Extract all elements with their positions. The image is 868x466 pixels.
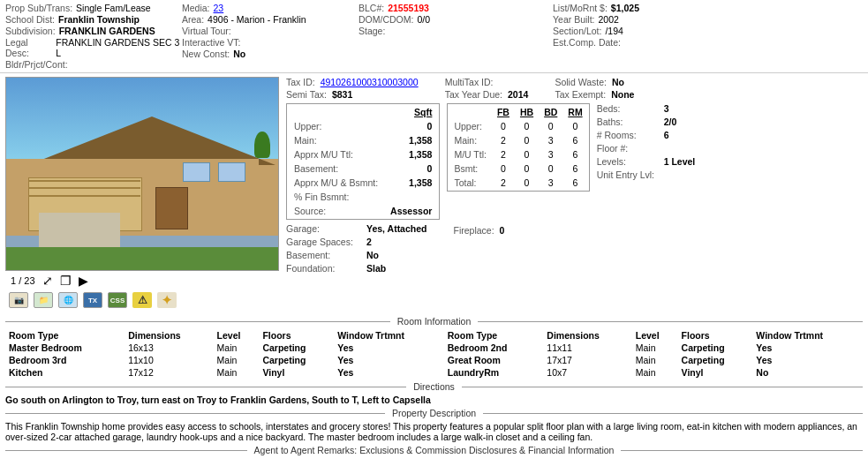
prop-desc-divider-right	[483, 413, 863, 414]
source-label: Source:	[289, 205, 383, 217]
floors-1: Carpeting	[259, 342, 334, 354]
rm-header: RM	[563, 106, 586, 118]
window-2: Yes	[752, 354, 863, 366]
fb-total-hb: 0	[516, 177, 538, 189]
semi-tax-label: Semi Tax:	[286, 89, 327, 100]
next-photo-button[interactable]: ▶	[79, 274, 88, 288]
new-const-label: New Const:	[182, 49, 230, 59]
interactive-vt-label: Interactive VT:	[182, 37, 241, 48]
subdivision-row: Subdivision: FRANKLIN GARDENS	[5, 26, 182, 36]
apprx-bsmnt-value: 1,358	[385, 177, 437, 189]
property-desc-text: This Franklin Township home provides eas…	[5, 421, 863, 442]
fb-total-rm: 6	[563, 177, 586, 189]
fb-mu-rm: 6	[563, 148, 586, 161]
directions-divider: Directions	[5, 381, 863, 392]
directions-title: Directions	[413, 381, 455, 392]
room-info-title: Room Information	[397, 316, 471, 327]
fb-total-bd: 3	[540, 177, 562, 189]
prop-desc-title: Property Description	[392, 408, 476, 418]
css-button[interactable]: CSS	[108, 292, 127, 308]
multi-tax-label: MultiTax ID:	[445, 77, 494, 87]
legal-desc-value: FRANKLIN GARDENS SEC 3 L	[56, 37, 182, 58]
level-1: Main	[214, 342, 260, 354]
fb-table: FB HB BD RM Upper: 0 0 0 0 Main: 2 0 3	[447, 103, 589, 192]
garage-spaces-label: Garage Spaces:	[286, 237, 361, 247]
bldr-row: Bldr/Prjct/Cont:	[5, 59, 182, 70]
expand-button[interactable]: ⤢	[42, 274, 53, 288]
rooms-label: # Rooms:	[597, 130, 659, 140]
fireplace-label: Fireplace:	[453, 225, 494, 236]
fb-bsmt-bd: 0	[540, 162, 562, 175]
window-2: Yes	[752, 342, 863, 354]
media-label: Media:	[182, 3, 210, 13]
tax-id-value[interactable]: 4910261000310003000	[321, 77, 419, 87]
upper-label: Upper:	[289, 120, 383, 132]
area-value: 4906 - Marion - Franklin	[208, 14, 306, 25]
globe-button[interactable]: 🌐	[58, 292, 78, 308]
dom-value: 0/0	[417, 14, 430, 25]
legal-desc-row: Legal Desc: FRANKLIN GARDENS SEC 3 L	[5, 37, 182, 58]
table-row: Bedroom 3rd 11x10 Main Carpeting Yes Gre…	[5, 354, 863, 366]
baths-value: 2/0	[664, 116, 677, 127]
room-type-1: Kitchen	[5, 366, 125, 379]
floors-2: Vinyl	[678, 366, 753, 379]
room-info-section: Room Information Room Type Dimensions Le…	[0, 316, 868, 379]
apprx-bsmnt-label: Apprx M/U & Bsmnt:	[289, 177, 383, 189]
new-const-row: New Const: No	[182, 49, 359, 59]
window-1: Yes	[334, 366, 444, 379]
prop-sub-trans-row: Prop Sub/Trans: Single Fam/Lease	[5, 3, 182, 13]
fb-bsmt-label: Bsmt:	[449, 162, 491, 175]
table-row: Master Bedroom 16x13 Main Carpeting Yes …	[5, 342, 863, 354]
col-floors-2: Floors	[678, 329, 753, 342]
baths-label: Baths:	[597, 116, 659, 127]
camera-button[interactable]: 📷	[9, 292, 28, 308]
tx-button[interactable]: TX	[83, 292, 102, 308]
subdivision-label: Subdivision:	[5, 26, 56, 36]
basement-sqft-value: 0	[385, 162, 437, 175]
fireplace-value: 0	[500, 225, 505, 236]
fb-mu-label: M/U Ttl:	[449, 148, 491, 161]
photo-section: 1 / 23 ⤢ ❐ ▶ 📷 📁 🌐	[5, 77, 279, 310]
school-dist-value: Franklin Township	[58, 14, 140, 25]
virtual-tour-label: Virtual Tour:	[182, 26, 231, 36]
fb-header: FB	[493, 106, 514, 118]
col-window-1: Window Trtmnt	[334, 329, 444, 342]
folder-button[interactable]: 📁	[34, 292, 53, 308]
solid-waste-label: Solid Waste:	[555, 77, 607, 87]
est-comp-row: Est.Comp. Date:	[553, 37, 729, 48]
divider-right	[478, 321, 863, 322]
fb-main-rm: 6	[563, 134, 586, 147]
est-comp-label: Est.Comp. Date:	[553, 37, 621, 48]
pct-fin-label: % Fin Bsmnt:	[289, 191, 383, 203]
prop-desc-divider-left	[5, 413, 385, 414]
copy-button[interactable]: ❐	[60, 274, 72, 288]
photo-nav: 1 / 23 ⤢ ❐ ▶	[5, 271, 279, 290]
rooms-value: 6	[664, 130, 669, 140]
floors-1: Vinyl	[259, 366, 334, 379]
fb-mu-fb: 2	[493, 148, 514, 161]
fb-bsmt-fb: 0	[493, 162, 514, 175]
folder-icon: 📁	[39, 296, 49, 304]
levels-value: 1 Level	[664, 156, 696, 167]
window-1: Yes	[334, 354, 444, 366]
table-row: Kitchen 17x12 Main Vinyl Yes LaundryRm 1…	[5, 366, 863, 379]
photo-toolbar: 📷 📁 🌐 TX CSS ⚠ ✦	[5, 290, 279, 310]
fb-mu-hb: 0	[516, 148, 538, 161]
fb-upper-rm: 0	[563, 120, 586, 132]
beds-value: 3	[664, 103, 669, 114]
fb-upper-fb: 0	[493, 120, 514, 132]
directions-divider-left	[5, 387, 406, 387]
globe-icon: 🌐	[64, 296, 73, 304]
tax-year-value: 2014	[508, 89, 528, 100]
semi-tax-value: $831	[332, 89, 352, 100]
basement-sqft-label: Basement:	[289, 162, 383, 175]
media-value[interactable]: 23	[214, 3, 224, 13]
warning-button[interactable]: ⚠	[132, 292, 152, 308]
unit-entry-label: Unit Entry Lvl:	[597, 169, 659, 180]
fb-total-fb: 2	[493, 177, 514, 189]
blc-row: BLC#: 21555193	[359, 3, 553, 13]
window-1: Yes	[334, 342, 444, 354]
blc-label: BLC#:	[359, 3, 384, 13]
window-2: No	[752, 366, 863, 379]
color-button[interactable]: ✦	[157, 292, 177, 308]
